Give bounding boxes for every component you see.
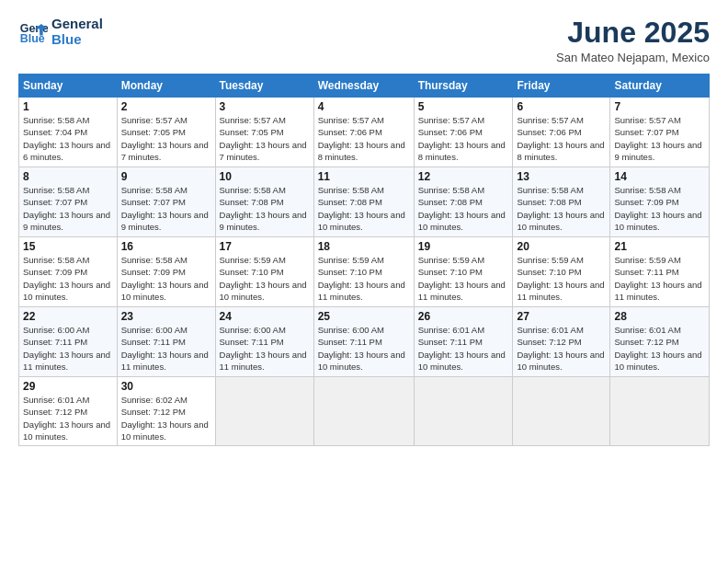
table-row: 16 Sunrise: 5:58 AM Sunset: 7:09 PM Dayl… — [117, 237, 215, 307]
table-row: 3 Sunrise: 5:57 AM Sunset: 7:05 PM Dayli… — [215, 98, 313, 167]
day-detail: Sunrise: 5:58 AM Sunset: 7:08 PM Dayligh… — [418, 184, 509, 233]
day-number: 26 — [418, 310, 509, 323]
day-number: 3 — [220, 100, 310, 113]
day-detail: Sunrise: 5:59 AM Sunset: 7:11 PM Dayligh… — [614, 254, 705, 303]
day-detail: Sunrise: 5:58 AM Sunset: 7:08 PM Dayligh… — [517, 184, 606, 233]
table-row: 17 Sunrise: 5:59 AM Sunset: 7:10 PM Dayl… — [215, 237, 313, 307]
day-detail: Sunrise: 5:59 AM Sunset: 7:10 PM Dayligh… — [220, 254, 310, 303]
col-sunday: Sunday — [19, 75, 118, 98]
logo-general: General — [51, 17, 103, 32]
table-row: 25 Sunrise: 6:00 AM Sunset: 7:11 PM Dayl… — [313, 307, 414, 377]
calendar-header-row: Sunday Monday Tuesday Wednesday Thursday… — [19, 75, 710, 98]
logo-icon: General Blue — [18, 17, 48, 47]
table-row: 27 Sunrise: 6:01 AM Sunset: 7:12 PM Dayl… — [513, 307, 610, 377]
day-number: 7 — [614, 100, 705, 113]
day-number: 6 — [517, 100, 606, 113]
table-row: 14 Sunrise: 5:58 AM Sunset: 7:09 PM Dayl… — [610, 167, 710, 237]
table-row: 21 Sunrise: 5:59 AM Sunset: 7:11 PM Dayl… — [610, 237, 710, 307]
day-detail: Sunrise: 5:58 AM Sunset: 7:08 PM Dayligh… — [318, 184, 410, 233]
logo: General Blue General Blue — [18, 17, 103, 47]
calendar-week-row: 15 Sunrise: 5:58 AM Sunset: 7:09 PM Dayl… — [19, 237, 710, 307]
day-number: 13 — [517, 170, 606, 183]
day-detail: Sunrise: 5:59 AM Sunset: 7:10 PM Dayligh… — [318, 254, 410, 303]
day-detail: Sunrise: 5:57 AM Sunset: 7:05 PM Dayligh… — [121, 114, 211, 163]
day-detail: Sunrise: 6:00 AM Sunset: 7:11 PM Dayligh… — [121, 324, 211, 373]
table-row: 6 Sunrise: 5:57 AM Sunset: 7:06 PM Dayli… — [513, 98, 610, 167]
day-detail: Sunrise: 5:58 AM Sunset: 7:08 PM Dayligh… — [220, 184, 310, 233]
day-number: 29 — [23, 380, 113, 393]
day-number: 9 — [121, 170, 211, 183]
table-row: 15 Sunrise: 5:58 AM Sunset: 7:09 PM Dayl… — [19, 237, 118, 307]
day-detail: Sunrise: 6:01 AM Sunset: 7:11 PM Dayligh… — [418, 324, 509, 373]
col-wednesday: Wednesday — [313, 75, 414, 98]
logo-blue: Blue — [51, 32, 103, 48]
calendar-table: Sunday Monday Tuesday Wednesday Thursday… — [18, 74, 710, 446]
day-detail: Sunrise: 6:00 AM Sunset: 7:11 PM Dayligh… — [318, 324, 410, 373]
day-number: 21 — [614, 240, 705, 253]
day-detail: Sunrise: 6:01 AM Sunset: 7:12 PM Dayligh… — [517, 324, 606, 373]
table-row: 2 Sunrise: 5:57 AM Sunset: 7:05 PM Dayli… — [117, 98, 215, 167]
table-row: 10 Sunrise: 5:58 AM Sunset: 7:08 PM Dayl… — [215, 167, 313, 237]
day-detail: Sunrise: 5:57 AM Sunset: 7:06 PM Dayligh… — [517, 114, 606, 163]
table-row — [414, 377, 513, 446]
day-number: 15 — [23, 240, 113, 253]
table-row: 13 Sunrise: 5:58 AM Sunset: 7:08 PM Dayl… — [513, 167, 610, 237]
col-tuesday: Tuesday — [215, 75, 313, 98]
col-saturday: Saturday — [610, 75, 710, 98]
day-number: 1 — [23, 100, 113, 113]
table-row: 5 Sunrise: 5:57 AM Sunset: 7:06 PM Dayli… — [414, 98, 513, 167]
table-row: 26 Sunrise: 6:01 AM Sunset: 7:11 PM Dayl… — [414, 307, 513, 377]
page: General Blue General Blue June 2025 San … — [0, 0, 728, 563]
table-row — [513, 377, 610, 446]
day-number: 16 — [121, 240, 211, 253]
table-row: 28 Sunrise: 6:01 AM Sunset: 7:12 PM Dayl… — [610, 307, 710, 377]
day-number: 5 — [418, 100, 509, 113]
calendar-week-row: 8 Sunrise: 5:58 AM Sunset: 7:07 PM Dayli… — [19, 167, 710, 237]
location-subtitle: San Mateo Nejapam, Mexico — [556, 51, 710, 64]
day-number: 2 — [121, 100, 211, 113]
day-number: 27 — [517, 310, 606, 323]
table-row: 12 Sunrise: 5:58 AM Sunset: 7:08 PM Dayl… — [414, 167, 513, 237]
table-row: 29 Sunrise: 6:01 AM Sunset: 7:12 PM Dayl… — [19, 377, 118, 446]
col-thursday: Thursday — [414, 75, 513, 98]
day-number: 24 — [220, 310, 310, 323]
col-friday: Friday — [513, 75, 610, 98]
day-detail: Sunrise: 6:01 AM Sunset: 7:12 PM Dayligh… — [614, 324, 705, 373]
day-detail: Sunrise: 5:58 AM Sunset: 7:09 PM Dayligh… — [614, 184, 705, 233]
day-number: 12 — [418, 170, 509, 183]
day-detail: Sunrise: 5:57 AM Sunset: 7:07 PM Dayligh… — [614, 114, 705, 163]
day-detail: Sunrise: 5:59 AM Sunset: 7:10 PM Dayligh… — [517, 254, 606, 303]
day-number: 11 — [318, 170, 410, 183]
col-monday: Monday — [117, 75, 215, 98]
day-detail: Sunrise: 5:58 AM Sunset: 7:09 PM Dayligh… — [23, 254, 113, 303]
table-row: 18 Sunrise: 5:59 AM Sunset: 7:10 PM Dayl… — [313, 237, 414, 307]
day-detail: Sunrise: 5:58 AM Sunset: 7:07 PM Dayligh… — [121, 184, 211, 233]
table-row: 22 Sunrise: 6:00 AM Sunset: 7:11 PM Dayl… — [19, 307, 118, 377]
day-number: 4 — [318, 100, 410, 113]
calendar-week-row: 29 Sunrise: 6:01 AM Sunset: 7:12 PM Dayl… — [19, 377, 710, 446]
day-detail: Sunrise: 5:59 AM Sunset: 7:10 PM Dayligh… — [418, 254, 509, 303]
day-number: 25 — [318, 310, 410, 323]
month-title: June 2025 — [556, 17, 710, 49]
day-number: 30 — [121, 380, 211, 393]
table-row: 1 Sunrise: 5:58 AM Sunset: 7:04 PM Dayli… — [19, 98, 118, 167]
day-detail: Sunrise: 5:58 AM Sunset: 7:07 PM Dayligh… — [23, 184, 113, 233]
day-detail: Sunrise: 6:01 AM Sunset: 7:12 PM Dayligh… — [23, 394, 113, 442]
day-detail: Sunrise: 6:00 AM Sunset: 7:11 PM Dayligh… — [23, 324, 113, 373]
table-row: 24 Sunrise: 6:00 AM Sunset: 7:11 PM Dayl… — [215, 307, 313, 377]
day-number: 18 — [318, 240, 410, 253]
day-number: 17 — [220, 240, 310, 253]
day-detail: Sunrise: 6:00 AM Sunset: 7:11 PM Dayligh… — [220, 324, 310, 373]
day-number: 10 — [220, 170, 310, 183]
table-row — [313, 377, 414, 446]
day-detail: Sunrise: 6:02 AM Sunset: 7:12 PM Dayligh… — [121, 394, 211, 442]
title-area: June 2025 San Mateo Nejapam, Mexico — [556, 17, 710, 64]
table-row: 4 Sunrise: 5:57 AM Sunset: 7:06 PM Dayli… — [313, 98, 414, 167]
day-number: 23 — [121, 310, 211, 323]
day-number: 28 — [614, 310, 705, 323]
table-row: 8 Sunrise: 5:58 AM Sunset: 7:07 PM Dayli… — [19, 167, 118, 237]
header: General Blue General Blue June 2025 San … — [18, 17, 710, 64]
day-number: 22 — [23, 310, 113, 323]
table-row: 7 Sunrise: 5:57 AM Sunset: 7:07 PM Dayli… — [610, 98, 710, 167]
day-number: 20 — [517, 240, 606, 253]
